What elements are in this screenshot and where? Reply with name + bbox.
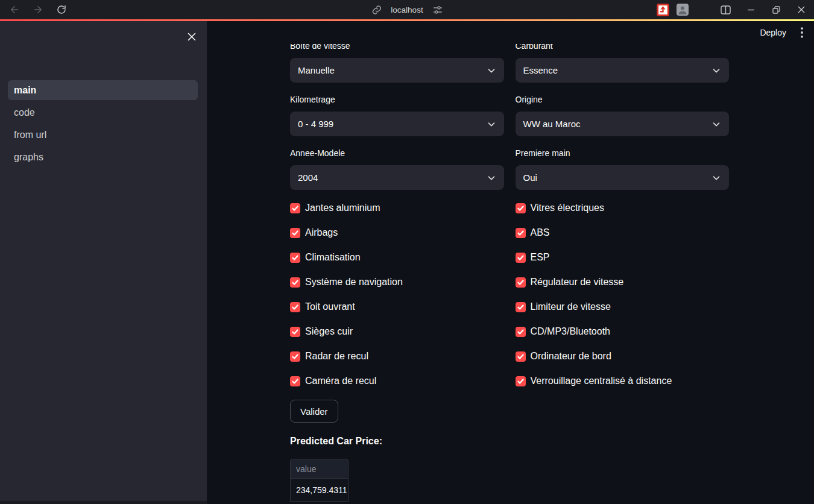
link-icon[interactable] [370,4,382,16]
back-icon[interactable] [8,4,21,16]
checkbox-checked-icon [516,253,526,263]
select-value: WW au Maroc [523,119,581,129]
field-kilometrage: Kilometrage 0 - 4 999 [290,95,504,136]
checkbox-checked-icon [516,351,526,362]
result-table: value 234,759.4311 [290,459,349,502]
field-origine: Origine WW au Maroc [516,95,730,136]
select-input[interactable]: 0 - 4 999 [290,112,504,136]
checkbox-row[interactable]: ESP [516,251,730,263]
split-view-icon[interactable] [713,0,738,19]
minimize-icon[interactable] [738,0,763,19]
checkbox-row[interactable]: Caméra de recul [290,375,504,387]
decoration-gradient-bar [0,19,814,21]
chevron-down-icon [711,119,722,130]
checkbox-label: Jantes aluminium [305,203,380,213]
checkbox-label: CD/MP3/Bluetooth [531,326,611,337]
streamlit-app: main code from url graphs Boîte de vites… [0,19,814,504]
reload-icon[interactable] [55,4,68,16]
field-label: Annee-Modele [290,148,504,158]
checkbox-label: Système de navigation [305,277,403,288]
forward-icon[interactable] [32,4,44,16]
close-icon[interactable] [789,0,814,19]
field-label: Origine [516,95,730,104]
browser-titlebar: localhost [0,0,814,19]
checkbox-checked-icon [516,327,526,337]
select-input[interactable]: 2004 [290,165,504,190]
sidebar-item-label: from url [14,130,46,140]
select-input[interactable]: Oui [516,165,730,190]
checkbox-checked-icon [516,228,526,238]
checkbox-label: Ordinateur de bord [531,351,611,362]
sidebar-item-code[interactable]: code [8,102,198,122]
field-boite-de-vitesse: Boîte de vitesse Manuelle [290,41,504,83]
select-value: Essence [523,65,558,75]
valider-button[interactable]: Valider [290,400,338,423]
checkbox-label: Limiteur de vitesse [531,301,611,312]
checkbox-label: Verrouillage centralisé à distance [531,376,672,386]
browser-window-controls [657,0,814,19]
checkbox-row[interactable]: Vitres électriques [516,202,730,214]
select-input[interactable]: Essence [516,58,730,83]
field-carburant: Carburant Essence [516,41,730,83]
app-header: Deploy [207,21,814,44]
select-input[interactable]: WW au Maroc [516,112,730,136]
fields-grid: Boîte de vitesse Manuelle Carburant Esse… [290,41,729,202]
profile-avatar-icon[interactable] [677,4,689,16]
checkbox-label: Airbags [305,227,338,238]
form-content: Boîte de vitesse Manuelle Carburant Esse… [290,21,729,502]
sidebar-item-graphs[interactable]: graphs [8,147,198,167]
checkbox-row[interactable]: Sièges cuir [290,326,504,338]
sidebar-item-label: main [14,85,36,96]
sidebar-nav: main code from url graphs [8,80,198,169]
checkbox-row[interactable]: Régulateur de vitesse [516,276,730,288]
field-label: Premiere main [516,148,730,158]
checkbox-row[interactable]: Airbags [290,227,504,239]
tune-sliders-icon[interactable] [432,4,444,16]
checkbox-row[interactable]: Système de navigation [290,276,504,288]
checkbox-row[interactable]: CD/MP3/Bluetooth [516,326,730,338]
address-bar[interactable]: localhost [370,0,443,19]
extension-red-arrow-icon[interactable] [657,4,669,16]
sidebar-item-main[interactable]: main [8,80,198,100]
more-menu-icon[interactable] [800,27,804,38]
checkbox-row[interactable]: Radar de recul [290,350,504,362]
checkbox-row[interactable]: Jantes aluminium [290,202,504,214]
checkbox-row[interactable]: Verrouillage centralisé à distance [516,375,730,387]
checkbox-checked-icon [516,203,526,213]
checkbox-row[interactable]: Ordinateur de bord [516,350,730,362]
sidebar-close-icon[interactable] [185,30,199,44]
checkbox-column-left: Jantes aluminium Airbags Climatisation S… [290,202,504,400]
table-header-value: value [290,459,349,479]
checkbox-row[interactable]: ABS [516,227,730,239]
checkbox-row[interactable]: Toit ouvrant [290,301,504,313]
restore-icon[interactable] [763,0,789,19]
select-input[interactable]: Manuelle [290,58,504,83]
select-value: 2004 [298,172,318,183]
select-value: Oui [523,172,537,183]
checkboxes-grid: Jantes aluminium Airbags Climatisation S… [290,202,729,400]
checkbox-label: Régulateur de vitesse [531,277,624,288]
sidebar-bottom-strip [0,501,207,504]
checkbox-checked-icon [290,203,300,213]
sidebar-item-from-url[interactable]: from url [8,125,198,145]
select-value: Manuelle [298,65,335,75]
checkbox-row[interactable]: Limiteur de vitesse [516,301,730,313]
checkbox-checked-icon [290,302,300,312]
address-text[interactable]: localhost [391,5,423,14]
checkbox-checked-icon [290,228,300,238]
checkbox-label: Caméra de recul [305,376,376,386]
checkbox-label: Climatisation [305,252,361,263]
chevron-down-icon [711,172,722,183]
predicted-price-title: Predicted Car Price: [290,436,729,447]
checkbox-checked-icon [290,376,300,386]
checkbox-row[interactable]: Climatisation [290,251,504,263]
sidebar-item-label: graphs [14,152,43,163]
deploy-button[interactable]: Deploy [760,28,786,37]
checkbox-label: Radar de recul [305,351,368,362]
checkbox-checked-icon [516,376,526,386]
checkbox-label: ABS [531,227,550,238]
sidebar: main code from url graphs [0,21,207,504]
field-annee-modele: Annee-Modele 2004 [290,148,504,190]
chevron-down-icon [486,65,497,76]
checkbox-checked-icon [290,351,300,362]
